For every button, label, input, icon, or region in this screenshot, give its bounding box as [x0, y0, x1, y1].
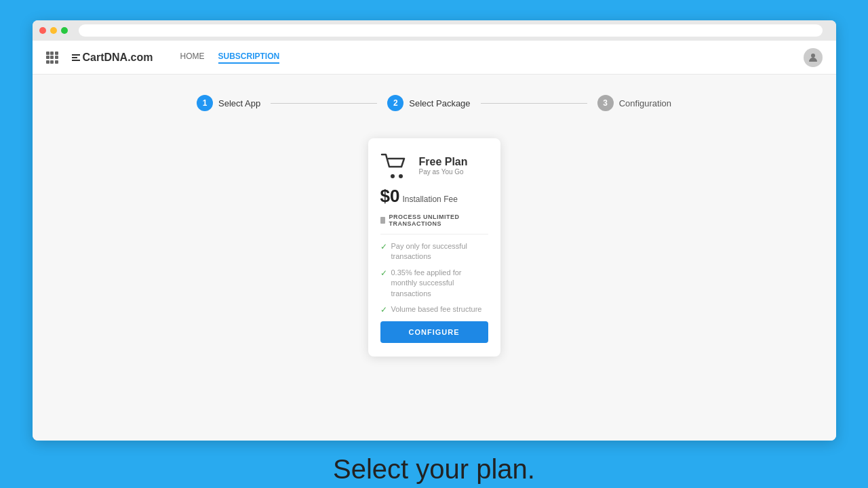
plan-price: $0 Installation Fee [380, 186, 488, 207]
top-nav: CartDNA.com HOME SUBSCRIPTION [33, 41, 836, 75]
step-3-circle: 3 [597, 95, 614, 111]
svg-point-2 [399, 174, 403, 178]
bottom-caption: Select your plan. [333, 454, 535, 485]
plan-header: Free Plan Pay as You Go [380, 152, 488, 179]
plan-card: Free Plan Pay as You Go $0 Installation … [368, 138, 500, 357]
address-bar[interactable] [79, 24, 823, 37]
step-2-circle: 2 [387, 95, 403, 111]
browser-window: CartDNA.com HOME SUBSCRIPTION 1 [33, 20, 836, 441]
user-avatar[interactable] [804, 48, 823, 67]
svg-point-1 [391, 174, 395, 178]
step-1-label: Select App [218, 98, 260, 108]
nav-subscription[interactable]: SUBSCRIPTION [218, 52, 280, 64]
plan-title: Free Plan Pay as You Go [419, 156, 468, 176]
browser-minimize-btn[interactable] [50, 27, 57, 34]
step-2-label: Select Package [409, 98, 470, 108]
step-1: 1 Select App [197, 95, 260, 111]
browser-toolbar [33, 20, 836, 41]
step-3: 3 Configuration [597, 95, 671, 111]
browser-close-btn[interactable] [39, 27, 46, 34]
plan-name: Free Plan [419, 156, 468, 168]
step-2: 2 Select Package [387, 95, 470, 111]
main-content: 1 Select App 2 Select Package 3 Confi [33, 75, 836, 441]
grid-icon[interactable] [46, 52, 58, 64]
feature-1: ✓ Pay only for successful transactions [380, 241, 488, 262]
feature-text-3: Volume based fee structure [391, 304, 482, 314]
price-label: Installation Fee [402, 195, 457, 204]
plan-features: ✓ Pay only for successful transactions ✓… [380, 241, 488, 314]
nav-links: HOME SUBSCRIPTION [180, 52, 280, 64]
check-icon-2: ✓ [380, 268, 387, 278]
step-connector-2 [481, 103, 587, 104]
check-icon-1: ✓ [380, 242, 387, 251]
logo-lines-icon [72, 54, 80, 61]
app-content: CartDNA.com HOME SUBSCRIPTION 1 [33, 41, 836, 441]
cart-icon [380, 152, 411, 179]
logo-text: CartDNA.com [83, 52, 153, 64]
plan-badge: PROCESS UNLIMITED TRANSACTIONS [380, 214, 488, 227]
step-connector-1 [271, 103, 377, 104]
check-icon-3: ✓ [380, 305, 387, 314]
badge-icon [380, 217, 386, 224]
step-1-circle: 1 [197, 95, 213, 111]
feature-2: ✓ 0.35% fee applied for monthly successf… [380, 268, 488, 299]
feature-text-2: 0.35% fee applied for monthly successful… [391, 268, 488, 299]
logo[interactable]: CartDNA.com [72, 52, 153, 64]
price-amount: $0 [380, 186, 400, 207]
browser-maximize-btn[interactable] [61, 27, 68, 34]
configure-button[interactable]: CONFIGURE [380, 321, 488, 343]
plan-divider [380, 234, 488, 235]
feature-text-1: Pay only for successful transactions [391, 241, 488, 262]
nav-home[interactable]: HOME [180, 52, 205, 64]
feature-3: ✓ Volume based fee structure [380, 304, 488, 314]
step-3-label: Configuration [619, 98, 671, 108]
plan-subtitle: Pay as You Go [419, 168, 468, 176]
svg-point-0 [811, 54, 815, 58]
stepper: 1 Select App 2 Select Package 3 Confi [197, 95, 671, 111]
badge-text: PROCESS UNLIMITED TRANSACTIONS [389, 214, 488, 227]
